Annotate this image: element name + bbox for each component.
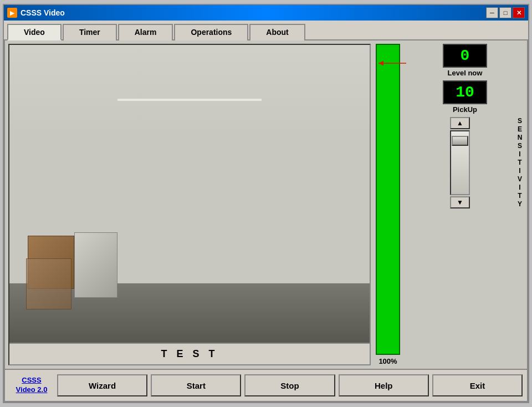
- green-bar-container: 100%: [374, 44, 402, 365]
- level-now-value: 0: [443, 44, 487, 68]
- main-area: T E S T 100% 0 Level now: [5, 40, 527, 369]
- slider-up-button[interactable]: ▲: [450, 117, 470, 129]
- tab-alarm[interactable]: Alarm: [118, 24, 173, 40]
- close-button[interactable]: ✕: [513, 7, 525, 18]
- tab-video[interactable]: Video: [7, 24, 62, 40]
- tab-about[interactable]: About: [249, 24, 305, 40]
- meter-area: 100% 0 Level now: [374, 44, 524, 365]
- minimize-button[interactable]: ─: [486, 7, 498, 18]
- slider-container: ▲ ▼: [406, 117, 514, 208]
- tab-operations[interactable]: Operations: [174, 24, 248, 40]
- help-button[interactable]: Help: [339, 374, 429, 396]
- slider-track: [450, 130, 470, 195]
- slider-down-button[interactable]: ▼: [450, 196, 470, 208]
- titlebar-controls: ─ □ ✕: [486, 7, 525, 18]
- level-bar: [376, 44, 400, 355]
- maximize-button[interactable]: □: [499, 7, 511, 18]
- level-now-display: 0 Level now: [406, 44, 524, 77]
- start-button[interactable]: Start: [151, 374, 241, 396]
- sensitivity-area: ▲ ▼ SENSITIVITY: [406, 117, 524, 208]
- video-label: T E S T: [9, 343, 370, 364]
- window-title: CSSS Video: [21, 8, 65, 17]
- slider-thumb[interactable]: [452, 136, 468, 146]
- exit-button[interactable]: Exit: [432, 374, 523, 396]
- video-scene: [9, 45, 370, 343]
- wizard-button[interactable]: Wizard: [57, 374, 147, 396]
- app-icon: ▶: [7, 8, 17, 18]
- video-container: T E S T: [8, 44, 371, 365]
- app-logo[interactable]: CSSS Video 2.0: [9, 376, 54, 395]
- titlebar: ▶ CSSS Video ─ □ ✕: [4, 5, 528, 21]
- noise-overlay: [9, 45, 370, 343]
- sensitivity-label: SENSITIVITY: [516, 117, 524, 208]
- tab-timer[interactable]: Timer: [63, 24, 117, 40]
- pickup-display: 10 PickUp: [406, 80, 524, 114]
- tab-bar: Video Timer Alarm Operations About: [4, 21, 528, 40]
- pickup-value: 10: [443, 80, 487, 104]
- stop-button[interactable]: Stop: [244, 374, 335, 396]
- bottom-bar: CSSS Video 2.0 Wizard Start Stop Help Ex…: [5, 369, 527, 401]
- pickup-label: PickUp: [453, 105, 477, 114]
- content-area: T E S T 100% 0 Level now: [4, 40, 528, 402]
- main-window: ▶ CSSS Video ─ □ ✕ Video Timer Alarm Ope…: [3, 4, 529, 403]
- titlebar-left: ▶ CSSS Video: [7, 8, 65, 18]
- level-now-label: Level now: [448, 69, 483, 77]
- bar-percent-label: 100%: [378, 357, 397, 365]
- right-panel: 100% 0 Level now: [374, 44, 524, 365]
- video-feed: [9, 45, 370, 343]
